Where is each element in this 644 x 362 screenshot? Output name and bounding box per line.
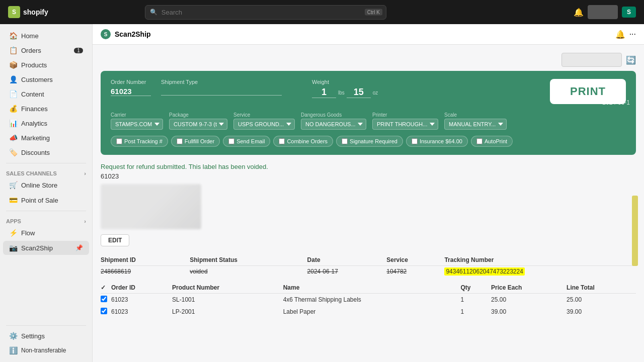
shipment-service-cell: 104782 bbox=[386, 266, 444, 278]
combine-orders-checkbox[interactable]: Combine Orders bbox=[273, 136, 333, 147]
signature-required-checkbox[interactable]: Signature Required bbox=[336, 136, 403, 147]
package-select[interactable]: CUSTOM 9-7-3 (t bbox=[169, 119, 227, 130]
shopify-logo-icon: S bbox=[8, 6, 20, 18]
sidebar-item-content[interactable]: 📄 Content bbox=[3, 87, 89, 101]
finances-icon: 💰 bbox=[9, 105, 17, 113]
scale-label: Scale bbox=[444, 112, 507, 118]
sidebar-item-products[interactable]: 📦 Products bbox=[3, 58, 89, 72]
apps-expand-icon[interactable]: › bbox=[84, 218, 86, 224]
product-number-header: Product Number bbox=[172, 282, 283, 294]
autoprint-checkbox[interactable]: AutoPrint bbox=[471, 136, 513, 147]
package-label: Package bbox=[169, 112, 227, 118]
top-bar-right: 🔔 S bbox=[574, 5, 636, 19]
autoprint-check[interactable] bbox=[476, 138, 482, 144]
shipment-id-header: Shipment ID bbox=[101, 254, 190, 266]
bell-icon[interactable]: 🔔 bbox=[574, 8, 584, 17]
insurance-checkbox[interactable]: Insurance $64.00 bbox=[406, 136, 468, 147]
dangerous-goods-select[interactable]: NO DANGEROUS... bbox=[301, 119, 366, 130]
order-row-2-check[interactable] bbox=[101, 306, 111, 318]
price-each-header: Price Each bbox=[491, 282, 567, 294]
green-card: Order Number Shipment Type Weight lbs bbox=[101, 71, 636, 155]
refresh-icon[interactable]: 🔄 bbox=[626, 55, 636, 65]
sidebar-item-flow[interactable]: ⚡ Flow bbox=[3, 226, 89, 240]
sidebar-item-orders[interactable]: 📋 Orders 1 bbox=[3, 43, 89, 57]
products-icon: 📦 bbox=[9, 61, 17, 69]
post-tracking-check[interactable] bbox=[116, 138, 122, 144]
order-row-1-name: 4x6 Thermal Shipping Labels bbox=[283, 294, 461, 306]
sidebar-label-non-transferable: Non-transferable bbox=[21, 347, 66, 354]
post-tracking-checkbox[interactable]: Post Tracking # bbox=[111, 136, 168, 147]
shipment-status-header: Shipment Status bbox=[190, 254, 307, 266]
combine-orders-check[interactable] bbox=[279, 138, 285, 144]
sidebar-item-online-store[interactable]: 🛒 Online Store bbox=[3, 178, 89, 192]
order-input-box[interactable] bbox=[561, 53, 622, 67]
brand-name: shopify bbox=[23, 8, 48, 16]
search-input[interactable] bbox=[145, 5, 386, 20]
order-row-1-check[interactable] bbox=[101, 294, 111, 306]
service-dropdown-group: Service USPS GROUND... bbox=[233, 112, 295, 130]
shipment-id-cell: 248668619 bbox=[101, 266, 190, 278]
order-row-1-price: 25.00 bbox=[491, 294, 567, 306]
sales-channels-expand-icon[interactable]: › bbox=[84, 170, 86, 176]
sidebar-label-content: Content bbox=[21, 90, 44, 98]
shopify-green-button[interactable]: S bbox=[622, 7, 636, 18]
order-row-2-total: 39.00 bbox=[567, 306, 636, 318]
oz-unit: oz bbox=[373, 90, 378, 96]
autoprint-label: AutoPrint bbox=[485, 138, 507, 144]
settings-icon: ⚙️ bbox=[9, 332, 17, 340]
shopify-logo[interactable]: S shopify bbox=[8, 6, 48, 18]
order-row-1-total: 25.00 bbox=[567, 294, 636, 306]
info-icon: ℹ️ bbox=[9, 346, 17, 354]
customers-icon: 👤 bbox=[9, 75, 17, 83]
content-area: 🔄 Order Number Shipment Type Weight bbox=[93, 45, 644, 326]
sidebar-item-finances[interactable]: 💰 Finances bbox=[3, 102, 89, 116]
carrier-select[interactable]: STAMPS.COM bbox=[111, 119, 163, 130]
shipment-service-header: Service bbox=[386, 254, 444, 266]
table-row: 248668619 voided 2024-06-17 104782 94346… bbox=[101, 266, 636, 278]
more-options-icon[interactable]: ··· bbox=[629, 30, 636, 39]
sidebar-item-customers[interactable]: 👤 Customers bbox=[3, 72, 89, 86]
name-header: Name bbox=[283, 282, 461, 294]
apps-label: Apps bbox=[6, 218, 21, 224]
sidebar-item-analytics[interactable]: 📊 Analytics bbox=[3, 116, 89, 130]
dangerous-goods-dropdown-group: Dangerous Goods NO DANGEROUS... bbox=[301, 112, 366, 130]
insurance-check[interactable] bbox=[412, 138, 418, 144]
order-number-input[interactable] bbox=[111, 87, 151, 96]
sidebar-label-online-store: Online Store bbox=[21, 182, 57, 189]
scale-select[interactable]: MANUAL ENTRY... bbox=[444, 119, 507, 130]
sidebar-item-point-of-sale[interactable]: 💳 Point of Sale bbox=[3, 193, 89, 207]
sidebar-item-settings[interactable]: ⚙️ Settings bbox=[3, 329, 89, 343]
tracking-number: 94346112062047473223224 bbox=[444, 267, 525, 276]
sidebar-label-home: Home bbox=[21, 32, 39, 40]
shipment-status-cell: voided bbox=[190, 266, 307, 278]
fulfill-order-check[interactable] bbox=[177, 138, 183, 144]
sidebar-item-scan2ship[interactable]: 📷 Scan2Ship 📌 bbox=[3, 241, 89, 255]
signature-required-check[interactable] bbox=[342, 138, 348, 144]
sidebar-item-discounts[interactable]: 🏷️ Discounts bbox=[3, 145, 89, 159]
service-select[interactable]: USPS GROUND... bbox=[233, 119, 295, 130]
avatar[interactable] bbox=[588, 5, 618, 19]
shipment-table: Shipment ID Shipment Status Date Service… bbox=[101, 254, 636, 277]
order-table: ✓ Order ID Product Number Name Qty Price… bbox=[101, 282, 636, 318]
shipment-tracking-header: Tracking Number bbox=[444, 254, 636, 266]
sidebar-bottom: ⚙️ Settings ℹ️ Non-transferable bbox=[0, 322, 92, 358]
shipment-type-input[interactable] bbox=[161, 87, 282, 96]
edit-button[interactable]: EDIT bbox=[101, 234, 129, 246]
notification-bell-icon[interactable]: 🔔 bbox=[615, 30, 625, 39]
content-icon: 📄 bbox=[9, 90, 17, 98]
flow-icon: ⚡ bbox=[9, 229, 17, 237]
sidebar-item-non-transferable[interactable]: ℹ️ Non-transferable bbox=[3, 343, 89, 357]
carrier-label: Carrier bbox=[111, 112, 163, 118]
fulfill-order-checkbox[interactable]: Fullfill Order bbox=[171, 136, 220, 147]
send-email-checkbox[interactable]: Send Email bbox=[223, 136, 270, 147]
printer-select[interactable]: PRINT THROUGH... bbox=[372, 119, 438, 130]
carrier-dropdown-group: Carrier STAMPS.COM bbox=[111, 112, 163, 130]
sidebar-item-home[interactable]: 🏠 Home bbox=[3, 29, 89, 43]
top-controls: 🔄 bbox=[101, 53, 636, 67]
orders-icon: 📋 bbox=[9, 46, 17, 54]
send-email-check[interactable] bbox=[228, 138, 234, 144]
sidebar-item-marketing[interactable]: 📣 Marketing bbox=[3, 131, 89, 145]
weight-lbs-input[interactable] bbox=[312, 87, 336, 98]
weight-oz-input[interactable] bbox=[347, 87, 371, 98]
online-store-icon: 🛒 bbox=[9, 181, 17, 189]
